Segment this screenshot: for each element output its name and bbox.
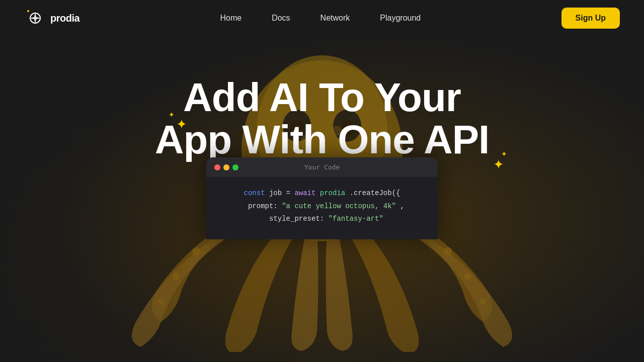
navbar: prodia Home Docs Network Playground Sign… [0,0,644,36]
code-line-2: prompt: "a cute yellow octopus, 4k" , [220,200,424,213]
hero-title: Add AI To Your App With One API [155,76,490,161]
svg-point-7 [173,273,180,280]
svg-point-6 [192,247,200,255]
dot-minimize [223,164,229,170]
nav-item-docs[interactable]: Docs [272,14,290,23]
nav-item-home[interactable]: Home [220,14,242,23]
sparkle-right-large-icon: ✦ [493,157,504,172]
code-body: const job = await prodia .createJob({ pr… [206,177,438,239]
code-line-3: style_preset: "fantasy-art" [220,213,424,225]
hero-title-line2-text: App With One API [155,119,490,161]
hero-section: ✦ ✦ ✦ ✦ Add AI To Your App With One API … [0,36,644,234]
code-window: Your Code const job = await prodia .crea… [206,157,438,239]
hero-title-line2: App With One API [155,119,490,161]
code-titlebar: Your Code [206,157,438,177]
logo[interactable]: prodia [24,7,79,29]
logo-icon [24,7,46,29]
svg-point-11 [480,299,486,305]
logo-text: prodia [50,13,79,24]
svg-point-10 [464,273,471,280]
svg-point-8 [158,299,164,305]
nav-link-network[interactable]: Network [320,14,350,22]
nav-links: Home Docs Network Playground [220,14,421,23]
dot-close [214,164,220,170]
nav-link-playground[interactable]: Playground [380,14,421,22]
code-window-title: Your Code [304,163,340,171]
nav-link-docs[interactable]: Docs [272,14,290,22]
dot-maximize [232,164,238,170]
window-dots [214,164,238,170]
nav-item-playground[interactable]: Playground [380,14,421,23]
nav-link-home[interactable]: Home [220,14,242,22]
svg-point-9 [444,247,452,255]
sparkle-right-small-icon: ✦ [501,150,507,158]
hero-title-line1: Add AI To Your [183,75,461,120]
signup-button[interactable]: Sign Up [561,8,620,29]
nav-item-network[interactable]: Network [320,14,350,23]
code-line-1: const job = await prodia .createJob({ [220,187,424,200]
